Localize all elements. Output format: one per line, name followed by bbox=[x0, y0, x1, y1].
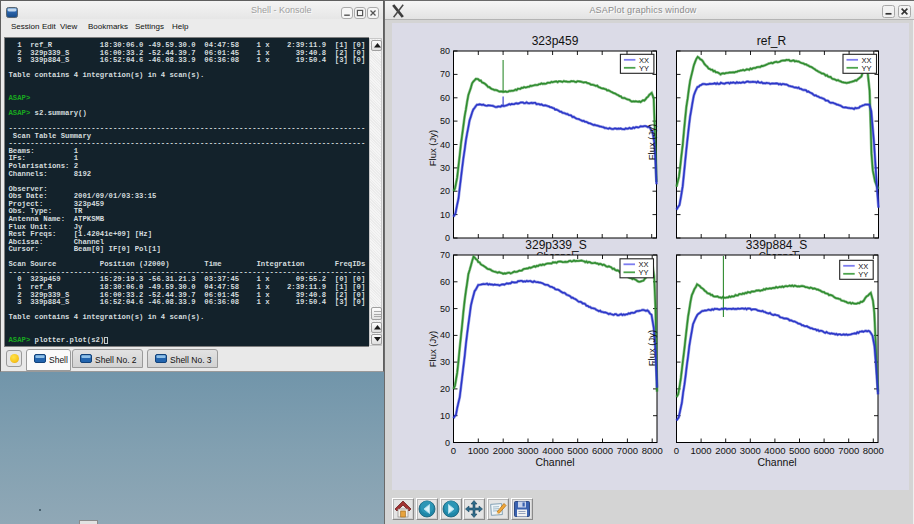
svg-text:6000: 6000 bbox=[592, 445, 613, 456]
svg-text:Flux (Jy): Flux (Jy) bbox=[646, 124, 657, 160]
svg-text:0: 0 bbox=[451, 445, 456, 456]
svg-text:50: 50 bbox=[440, 116, 450, 126]
svg-text:20: 20 bbox=[440, 186, 450, 196]
svg-text:0: 0 bbox=[674, 445, 679, 456]
svg-text:70: 70 bbox=[440, 69, 450, 79]
svg-text:Channel: Channel bbox=[757, 456, 796, 468]
svg-text:0: 0 bbox=[445, 233, 450, 243]
svg-text:Flux (Jy): Flux (Jy) bbox=[427, 331, 438, 367]
svg-text:5000: 5000 bbox=[789, 445, 810, 456]
svg-text:10: 10 bbox=[440, 210, 450, 220]
svg-text:2000: 2000 bbox=[493, 445, 514, 456]
svg-text:YY: YY bbox=[862, 64, 872, 73]
svg-text:8000: 8000 bbox=[863, 445, 884, 456]
svg-text:YY: YY bbox=[858, 270, 868, 279]
svg-text:4000: 4000 bbox=[542, 445, 563, 456]
svg-text:30: 30 bbox=[440, 357, 450, 367]
svg-text:6000: 6000 bbox=[814, 445, 835, 456]
svg-text:7000: 7000 bbox=[838, 445, 859, 456]
svg-text:50: 50 bbox=[440, 304, 450, 314]
svg-text:0: 0 bbox=[445, 438, 450, 448]
svg-text:4000: 4000 bbox=[764, 445, 785, 456]
svg-text:Flux (Jy): Flux (Jy) bbox=[646, 330, 657, 366]
svg-text:3000: 3000 bbox=[740, 445, 761, 456]
svg-text:323p459: 323p459 bbox=[532, 34, 579, 48]
svg-text:3000: 3000 bbox=[517, 445, 538, 456]
svg-text:30: 30 bbox=[440, 163, 450, 173]
svg-text:8000: 8000 bbox=[642, 445, 663, 456]
svg-text:10: 10 bbox=[440, 411, 450, 421]
svg-text:1000: 1000 bbox=[691, 445, 712, 456]
svg-text:7000: 7000 bbox=[617, 445, 638, 456]
svg-text:2000: 2000 bbox=[715, 445, 736, 456]
svg-text:20: 20 bbox=[440, 384, 450, 394]
svg-text:60: 60 bbox=[440, 93, 450, 103]
svg-text:329p339_S: 329p339_S bbox=[525, 238, 586, 252]
svg-text:Channel: Channel bbox=[535, 456, 574, 468]
svg-text:70: 70 bbox=[440, 250, 450, 260]
svg-text:40: 40 bbox=[440, 330, 450, 340]
svg-text:40: 40 bbox=[440, 140, 450, 150]
svg-text:Flux (Jy): Flux (Jy) bbox=[427, 130, 438, 166]
svg-text:60: 60 bbox=[440, 277, 450, 287]
svg-text:YY: YY bbox=[639, 64, 649, 73]
svg-text:1000: 1000 bbox=[468, 445, 489, 456]
svg-text:80: 80 bbox=[440, 46, 450, 56]
svg-text:YY: YY bbox=[639, 268, 649, 277]
svg-text:339p884_S: 339p884_S bbox=[746, 238, 807, 252]
svg-text:ref_R: ref_R bbox=[757, 34, 787, 48]
svg-text:5000: 5000 bbox=[567, 445, 588, 456]
